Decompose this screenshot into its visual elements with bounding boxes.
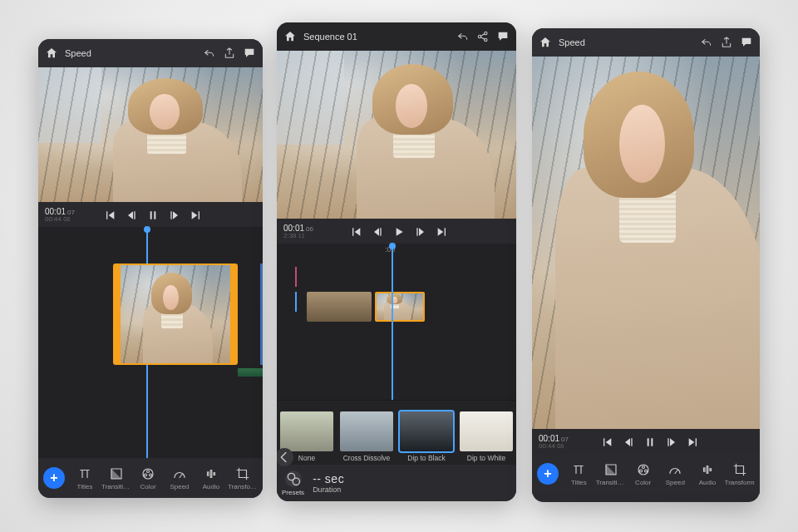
chevron-left-icon[interactable] — [277, 448, 293, 466]
step-back-icon[interactable] — [125, 209, 138, 222]
audio-strip[interactable] — [238, 368, 263, 377]
go-end-icon[interactable] — [190, 209, 203, 222]
home-icon[interactable] — [539, 36, 552, 49]
tool-color[interactable]: Color — [628, 462, 658, 486]
go-end-icon[interactable] — [687, 436, 700, 449]
step-fwd-icon[interactable] — [168, 209, 181, 222]
pause-icon[interactable] — [146, 209, 160, 222]
tool-audio[interactable]: Audio — [196, 466, 226, 490]
topbar-title: Speed — [559, 37, 585, 47]
undo-icon[interactable] — [456, 30, 470, 43]
svg-rect-19 — [707, 466, 708, 473]
step-fwd-icon[interactable] — [414, 225, 427, 239]
svg-point-12 — [293, 478, 299, 485]
svg-point-2 — [147, 470, 150, 472]
svg-point-3 — [145, 474, 147, 476]
bottom-toolbar: + Titles Transitions Color Speed Audio T… — [532, 454, 760, 494]
home-icon[interactable] — [283, 30, 297, 43]
transition-presets: None Cross Dissolve Dip to Black Dip to … — [277, 400, 516, 465]
tool-transitions[interactable]: Transitions — [596, 462, 627, 486]
timeline-clip[interactable] — [113, 264, 238, 365]
tool-speed[interactable]: Speed — [660, 462, 691, 486]
phone-right: Speed 00:0107 00:44 08 — [532, 28, 760, 502]
svg-rect-5 — [208, 471, 209, 475]
preview-monitor[interactable] — [277, 51, 516, 219]
svg-rect-20 — [710, 468, 712, 470]
comment-icon[interactable] — [243, 47, 256, 60]
export-icon[interactable] — [223, 47, 236, 60]
export-icon[interactable] — [720, 36, 733, 49]
tool-color[interactable]: Color — [133, 466, 163, 490]
next-clip-edge — [260, 264, 263, 365]
svg-point-16 — [639, 470, 642, 472]
svg-point-4 — [150, 474, 152, 476]
tool-transform[interactable]: Transform — [724, 462, 755, 486]
undo-icon[interactable] — [700, 36, 713, 49]
tool-titles[interactable]: Titles — [564, 462, 594, 486]
timeline-clip[interactable] — [307, 292, 372, 322]
tool-transform[interactable]: Transform — [228, 466, 258, 490]
undo-icon[interactable] — [203, 47, 216, 60]
step-back-icon[interactable] — [622, 436, 635, 449]
play-icon[interactable] — [392, 225, 406, 239]
svg-rect-18 — [704, 467, 706, 471]
top-bar: Speed — [532, 28, 760, 57]
timeline[interactable]: :00 — [277, 244, 516, 400]
go-end-icon[interactable] — [436, 225, 449, 239]
bottom-toolbar: + Titles Transitions Color Speed Audio T… — [38, 458, 263, 498]
svg-rect-6 — [210, 470, 212, 477]
marker-in[interactable] — [295, 267, 297, 287]
tool-speed[interactable]: Speed — [165, 466, 195, 490]
go-start-icon[interactable] — [349, 225, 362, 239]
phone-center: Sequence 01 00:0106 2:38 11 — [277, 22, 516, 501]
transport-row: 00:0107 00:44 08 — [38, 202, 263, 227]
marker-out[interactable] — [295, 292, 297, 312]
phone-left: Speed 00:0107 00:44 08 — [38, 39, 263, 498]
comment-icon[interactable] — [740, 36, 753, 49]
add-button[interactable]: + — [537, 463, 559, 485]
svg-rect-7 — [214, 472, 215, 475]
home-icon[interactable] — [45, 47, 58, 60]
tool-titles[interactable]: Titles — [70, 466, 100, 490]
timecode: 00:0106 2:38 11 — [283, 224, 313, 240]
step-fwd-icon[interactable] — [665, 436, 678, 449]
svg-point-17 — [644, 470, 647, 472]
presets-button[interactable]: Presets — [282, 470, 304, 496]
svg-point-15 — [642, 466, 644, 468]
go-start-icon[interactable] — [600, 436, 613, 449]
duration-field[interactable]: -- sec Duration — [313, 472, 344, 494]
add-button[interactable]: + — [43, 467, 65, 489]
transport-row: 00:0106 2:38 11 — [277, 219, 516, 244]
share-icon[interactable] — [476, 30, 490, 43]
topbar-title: Speed — [65, 48, 91, 58]
preview-monitor[interactable] — [38, 67, 263, 202]
transport-row: 00:0107 00:44 08 — [532, 429, 760, 454]
top-bar: Speed — [38, 39, 263, 67]
comment-icon[interactable] — [496, 30, 510, 43]
go-start-icon[interactable] — [103, 209, 116, 222]
timecode: 00:0107 00:44 08 — [539, 435, 569, 451]
timeline-clip-selected[interactable] — [375, 292, 425, 322]
top-bar: Sequence 01 — [277, 22, 516, 51]
preview-monitor[interactable] — [532, 57, 760, 429]
timecode: 00:0107 00:44 08 — [45, 208, 75, 224]
tool-transitions[interactable]: Transitions — [101, 466, 131, 490]
transition-dip-to-black[interactable]: Dip to Black — [397, 400, 456, 465]
tool-audio[interactable]: Audio — [692, 462, 723, 486]
pause-icon[interactable] — [643, 436, 657, 449]
step-back-icon[interactable] — [371, 225, 384, 239]
transition-dip-to-white[interactable]: Dip to White — [456, 400, 516, 465]
timeline[interactable] — [38, 227, 263, 458]
transition-cross-dissolve[interactable]: Cross Dissolve — [337, 400, 397, 465]
preset-bar: Presets -- sec Duration — [277, 465, 516, 501]
topbar-title: Sequence 01 — [303, 32, 357, 42]
